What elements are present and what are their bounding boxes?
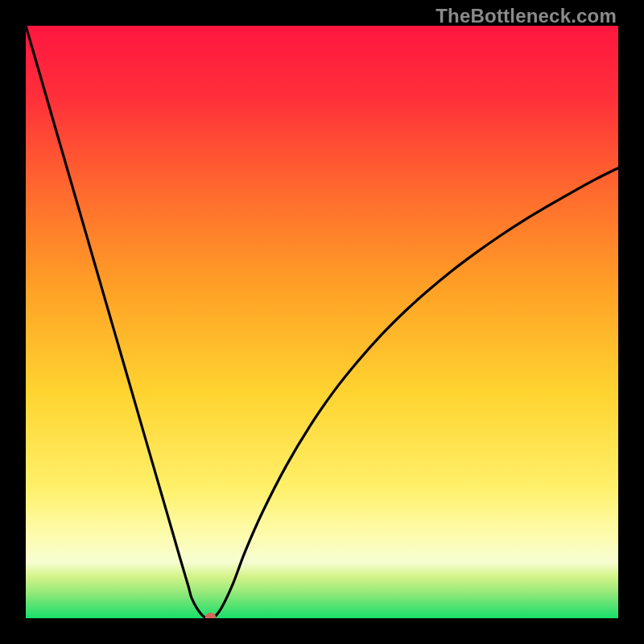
bottleneck-chart <box>26 26 618 618</box>
chart-frame <box>26 26 618 618</box>
gradient-background <box>26 26 618 618</box>
watermark-text: TheBottleneck.com <box>436 5 617 27</box>
